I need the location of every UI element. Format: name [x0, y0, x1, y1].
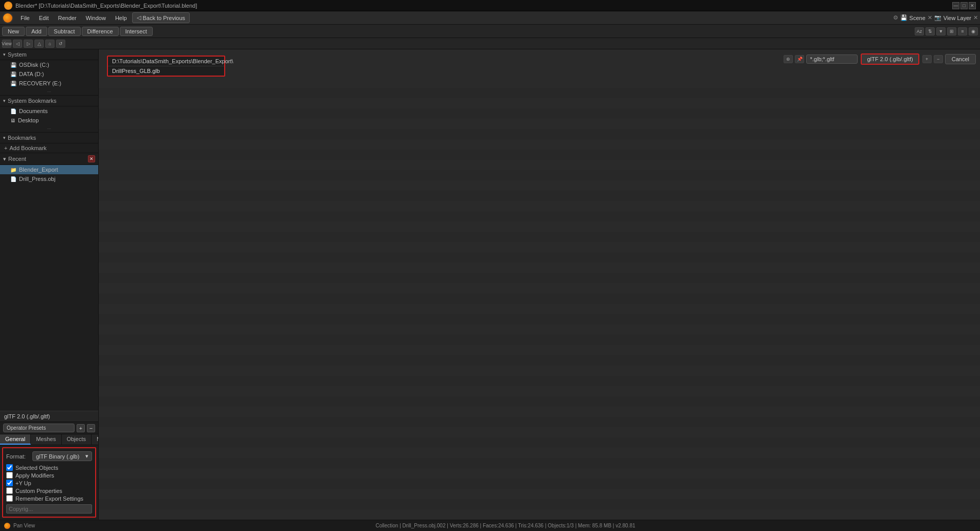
sidebar-item-osdisk[interactable]: 💾 OSDisk (C:) — [0, 60, 98, 69]
main-window: Blender* [D:\Tutorials\DataSmith_Exports… — [0, 0, 980, 531]
operator-presets-dropdown[interactable]: Operator Presets — [3, 424, 75, 432]
gltf-format-badge: glTF 2.0 (.glb/.gltf) — [861, 53, 919, 65]
bk-arrow-icon: ▾ — [3, 135, 6, 140]
nav-home-icon[interactable]: ⌂ — [45, 40, 55, 48]
selected-objects-row: Selected Objects — [6, 464, 92, 471]
operation-toolbar: New Add Subtract Difference Intersect Az… — [0, 25, 980, 38]
file-filter-input[interactable]: *.glb;*.gltf — [806, 54, 858, 64]
filter-row: ⊛ 📌 *.glb;*.gltf — [784, 54, 858, 64]
filename[interactable]: DrillPress_GLB.glb — [108, 66, 224, 76]
system-section-header[interactable]: ▾ System — [0, 49, 98, 60]
edit-menu[interactable]: Edit — [35, 14, 53, 22]
close-button[interactable]: ✕ — [969, 2, 976, 9]
folder-icon: 📁 — [10, 167, 16, 173]
file-browser-controls: ⊛ 📌 *.glb;*.gltf glTF 2.0 (.glb/.gltf) +… — [784, 53, 976, 65]
data-label: DATA (D:) — [19, 71, 44, 77]
hidden-icon[interactable]: ◉ — [969, 27, 978, 35]
tab-objects[interactable]: Objects — [62, 434, 92, 445]
list-view-icon[interactable]: ≡ — [958, 27, 967, 35]
system-bookmarks-header[interactable]: ▾ System Bookmarks — [0, 96, 98, 106]
tab-meshes[interactable]: Meshes — [31, 434, 62, 445]
nav-up-icon[interactable]: △ — [34, 40, 44, 48]
bookmarks-header[interactable]: ▾ Bookmarks — [0, 133, 98, 143]
sidebar-item-data[interactable]: 💾 DATA (D:) — [0, 69, 98, 79]
back-icon: ◁ — [137, 14, 141, 21]
file-menu[interactable]: File — [16, 14, 34, 22]
minus-icon[interactable]: − — [934, 55, 943, 63]
window-controls: — □ ✕ — [952, 2, 976, 9]
system-bookmarks-section: ▾ System Bookmarks 📄 Documents 🖥 Desktop… — [0, 96, 98, 133]
remember-export-label: Remember Export Settings — [15, 496, 83, 502]
y-up-label: +Y Up — [15, 480, 31, 486]
sort-icon[interactable]: ⇅ — [925, 27, 935, 35]
selected-objects-checkbox[interactable] — [6, 464, 13, 471]
intersect-button[interactable]: Intersect — [120, 27, 153, 36]
bookmark-icon[interactable]: 📌 — [795, 55, 804, 63]
directory-path: D:\Tutorials\DataSmith_Exports\Blender_E… — [108, 57, 224, 66]
left-panel: ▾ System 💾 OSDisk (C:) 💾 DATA (D:) 💾 REC… — [0, 49, 99, 520]
view-toolbar: View ◁ ▷ △ ⌂ ↺ — [0, 38, 980, 49]
blender-export-label: Blender_Export — [19, 167, 58, 173]
render-menu[interactable]: Render — [54, 14, 81, 22]
view-button[interactable]: View — [2, 40, 11, 48]
nav-forward-icon[interactable]: ▷ — [24, 40, 33, 48]
y-up-checkbox[interactable] — [6, 480, 13, 486]
reload-icon[interactable]: ↺ — [56, 40, 65, 48]
maximize-button[interactable]: □ — [960, 2, 968, 9]
bookmarks-label: Bookmarks — [8, 135, 36, 141]
gltf-header-label: glTF 2.0 (.glb/.gltf) — [4, 413, 50, 419]
filter-icon[interactable]: ▼ — [936, 27, 946, 35]
new-folder-icon[interactable]: + — [922, 55, 932, 63]
nav-back-icon[interactable]: ◁ — [13, 40, 22, 48]
recovery-label: RECOVERY (E:) — [19, 80, 61, 86]
plus-icon: + — [4, 145, 7, 151]
add-button[interactable]: Add — [26, 27, 47, 36]
drive-icon: 💾 — [10, 62, 16, 68]
sidebar-item-documents[interactable]: 📄 Documents — [0, 106, 98, 116]
sidebar-item-desktop[interactable]: 🖥 Desktop — [0, 116, 98, 125]
difference-button[interactable]: Difference — [82, 27, 119, 36]
apply-modifiers-row: Apply Modifiers — [6, 471, 92, 479]
gltf-section-header[interactable]: glTF 2.0 (.glb/.gltf) — [0, 411, 98, 422]
remember-export-checkbox[interactable] — [6, 495, 13, 502]
cancel-button[interactable]: Cancel — [945, 54, 976, 64]
window-title: Blender* [D:\Tutorials\DataSmith_Exports… — [15, 3, 197, 9]
help-menu[interactable]: Help — [111, 14, 131, 22]
sidebar-item-drill-press[interactable]: 📄 Drill_Press.obj — [0, 174, 98, 184]
recent-clear-button[interactable]: ✕ — [88, 155, 95, 162]
recent-section: ▾ Recent ✕ 📁 Blender_Export 📄 Drill_Pres… — [0, 153, 98, 184]
subtract-button[interactable]: Subtract — [48, 27, 81, 36]
tab-general[interactable]: General — [0, 434, 31, 445]
sidebar-item-recovery[interactable]: 💾 RECOVERY (E:) — [0, 79, 98, 88]
desktop-icon: 🖥 — [10, 118, 15, 123]
custom-properties-row: Custom Properties — [6, 487, 92, 495]
back-to-previous-button[interactable]: ◁ Back to Previous — [132, 12, 190, 23]
settings-panel: Format: glTF Binary (.glb) ▾ Selected Ob… — [2, 447, 96, 518]
system-bookmarks-label: System Bookmarks — [8, 98, 57, 104]
format-dropdown[interactable]: glTF Binary (.glb) ▾ — [32, 451, 92, 461]
custom-properties-checkbox[interactable] — [6, 487, 13, 494]
presets-add-button[interactable]: + — [77, 424, 85, 432]
drive-icon: 💾 — [10, 71, 16, 77]
filter-toggle-icon[interactable]: ⊛ — [784, 55, 793, 63]
system-section: ▾ System 💾 OSDisk (C:) 💾 DATA (D:) 💾 REC… — [0, 49, 98, 96]
settings-tabs: General Meshes Objects Materi... Anima..… — [0, 434, 98, 445]
operator-presets-row: Operator Presets + − — [0, 422, 98, 434]
new-button[interactable]: New — [2, 27, 25, 36]
custom-properties-label: Custom Properties — [15, 488, 62, 494]
view-layer-close-icon: ✕ — [973, 14, 978, 21]
title-bar: Blender* [D:\Tutorials\DataSmith_Exports… — [0, 0, 980, 11]
minimize-button[interactable]: — — [952, 2, 959, 9]
title-bar-left: Blender* [D:\Tutorials\DataSmith_Exports… — [4, 2, 197, 10]
sort-alpha-icon[interactable]: Az — [915, 27, 924, 35]
add-bookmark-button[interactable]: + Add Bookmark — [0, 143, 98, 153]
tab-materials[interactable]: Materi... — [92, 434, 99, 445]
copyright-input[interactable] — [6, 504, 92, 514]
sidebar-item-blender-export[interactable]: 📁 Blender_Export — [0, 165, 98, 174]
grid-view-icon[interactable]: ⊞ — [947, 27, 956, 35]
selected-objects-label: Selected Objects — [15, 465, 58, 471]
remember-export-row: Remember Export Settings — [6, 495, 92, 502]
presets-remove-button[interactable]: − — [87, 424, 95, 432]
window-menu[interactable]: Window — [82, 14, 110, 22]
apply-modifiers-checkbox[interactable] — [6, 472, 13, 479]
